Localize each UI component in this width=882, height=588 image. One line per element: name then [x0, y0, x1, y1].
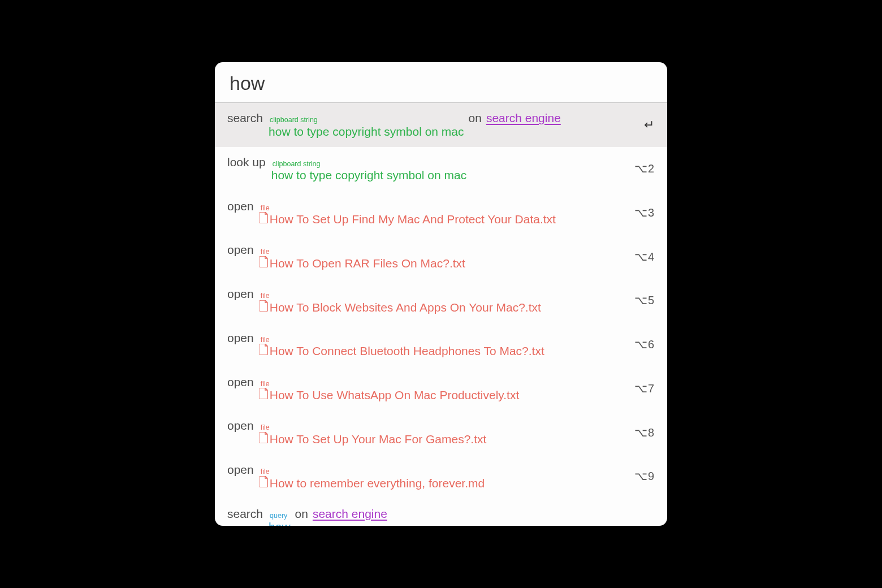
result-verb: open — [227, 375, 254, 390]
result-chip: fileHow To Set Up Find My Mac And Protec… — [260, 205, 556, 227]
result-chip: clipboard stringhow to type copyright sy… — [269, 116, 464, 139]
result-row[interactable]: searchclipboard stringhow to type copyri… — [215, 103, 667, 147]
shortcut-label: ⌥8 — [634, 426, 655, 440]
file-icon — [260, 388, 269, 399]
result-row[interactable]: openfileHow To Set Up Your Mac For Games… — [215, 410, 667, 455]
chip-text: How to remember everything, forever.md — [270, 476, 485, 491]
chip-text: How To Set Up Your Mac For Games?.txt — [270, 432, 487, 447]
file-icon — [260, 212, 269, 223]
search-engine-link[interactable]: search engine — [486, 111, 561, 126]
chip-body: How To Block Websites And Apps On Your M… — [260, 300, 541, 315]
result-row[interactable]: look upclipboard stringhow to type copyr… — [215, 147, 667, 191]
chip-text: How To Open RAR Files On Mac?.txt — [270, 256, 465, 271]
result-verb: open — [227, 331, 254, 345]
result-row[interactable]: searchqueryhowonsearch engine — [215, 499, 667, 526]
results-list: searchclipboard stringhow to type copyri… — [215, 103, 667, 526]
shortcut-label: ⌥7 — [634, 382, 655, 396]
result-verb: open — [227, 243, 254, 257]
result-chip: queryhow — [269, 512, 291, 526]
result-verb: search — [227, 507, 263, 521]
result-verb: open — [227, 462, 254, 477]
result-chip: fileHow To Use WhatsApp On Mac Productiv… — [260, 381, 520, 403]
chip-body: How To Set Up Find My Mac And Protect Yo… — [260, 212, 556, 227]
result-content: searchclipboard stringhow to type copyri… — [227, 111, 636, 139]
file-icon — [260, 344, 269, 355]
chip-type-label: query — [270, 512, 287, 520]
chip-type-label: file — [261, 292, 270, 300]
result-content: openfileHow To Open RAR Files On Mac?.tx… — [227, 243, 626, 271]
result-content: openfileHow To Use WhatsApp On Mac Produ… — [227, 375, 626, 403]
chip-body: how to type copyright symbol on mac — [269, 124, 464, 139]
file-icon — [260, 476, 269, 487]
shortcut-label: ⌥4 — [634, 250, 655, 264]
chip-body: how — [269, 520, 291, 526]
result-verb: open — [227, 287, 254, 301]
result-chip: fileHow To Block Websites And Apps On Yo… — [260, 292, 541, 315]
result-row[interactable]: openfileHow to remember everything, fore… — [215, 455, 667, 499]
shortcut-label: ⌥9 — [634, 469, 655, 483]
shortcut-label: ⌥5 — [634, 293, 655, 308]
result-verb: open — [227, 199, 254, 214]
enter-key-icon: ↵ — [644, 117, 655, 133]
file-icon — [260, 300, 269, 312]
chip-body: How To Set Up Your Mac For Games?.txt — [260, 432, 487, 447]
search-engine-link[interactable]: search engine — [313, 507, 387, 521]
chip-body: How to remember everything, forever.md — [260, 476, 485, 491]
chip-body: How To Use WhatsApp On Mac Productively.… — [260, 388, 520, 403]
chip-body: how to type copyright symbol on mac — [271, 168, 467, 183]
result-chip: fileHow To Set Up Your Mac For Games?.tx… — [260, 424, 487, 447]
result-content: openfileHow To Connect Bluetooth Headpho… — [227, 331, 626, 359]
result-verb: search — [227, 111, 263, 126]
chip-text: how — [269, 520, 291, 526]
chip-type-label: clipboard string — [273, 161, 321, 168]
launcher-panel: searchclipboard stringhow to type copyri… — [215, 62, 667, 526]
result-verb: open — [227, 418, 254, 433]
result-content: look upclipboard stringhow to type copyr… — [227, 155, 626, 183]
chip-type-label: file — [261, 336, 270, 344]
file-icon — [260, 256, 269, 267]
chip-text: how to type copyright symbol on mac — [271, 168, 467, 183]
result-row[interactable]: openfileHow To Use WhatsApp On Mac Produ… — [215, 367, 667, 411]
result-row[interactable]: openfileHow To Set Up Find My Mac And Pr… — [215, 191, 667, 235]
chip-text: How To Connect Bluetooth Headphones To M… — [270, 344, 544, 358]
result-content: openfileHow To Block Websites And Apps O… — [227, 287, 626, 315]
result-content: openfileHow To Set Up Find My Mac And Pr… — [227, 199, 626, 227]
chip-type-label: file — [261, 248, 270, 256]
result-content: openfileHow to remember everything, fore… — [227, 462, 626, 491]
chip-type-label: clipboard string — [270, 116, 318, 124]
result-verb: look up — [227, 155, 266, 170]
chip-type-label: file — [261, 381, 270, 388]
result-content: searchqueryhowonsearch engine — [227, 507, 655, 526]
shortcut-label: ⌥2 — [634, 162, 655, 176]
result-content: openfileHow To Set Up Your Mac For Games… — [227, 418, 626, 447]
search-field-container — [215, 62, 667, 102]
result-chip: fileHow to remember everything, forever.… — [260, 468, 485, 491]
result-chip: clipboard stringhow to type copyright sy… — [271, 161, 467, 183]
chip-text: How To Set Up Find My Mac And Protect Yo… — [270, 212, 556, 227]
chip-text: How To Block Websites And Apps On Your M… — [270, 300, 541, 315]
on-word: on — [295, 507, 308, 521]
chip-body: How To Connect Bluetooth Headphones To M… — [260, 344, 544, 358]
shortcut-label: ⌥3 — [634, 206, 655, 220]
result-chip: fileHow To Open RAR Files On Mac?.txt — [260, 248, 465, 271]
chip-text: How To Use WhatsApp On Mac Productively.… — [270, 388, 520, 403]
chip-type-label: file — [261, 468, 270, 475]
result-row[interactable]: openfileHow To Open RAR Files On Mac?.tx… — [215, 235, 667, 279]
search-input[interactable] — [230, 72, 652, 94]
result-row[interactable]: openfileHow To Connect Bluetooth Headpho… — [215, 323, 667, 367]
on-word: on — [469, 111, 482, 126]
chip-type-label: file — [261, 205, 270, 212]
chip-text: how to type copyright symbol on mac — [269, 124, 464, 139]
file-icon — [260, 432, 269, 443]
chip-type-label: file — [261, 424, 270, 431]
result-chip: fileHow To Connect Bluetooth Headphones … — [260, 336, 544, 359]
chip-body: How To Open RAR Files On Mac?.txt — [260, 256, 465, 271]
result-row[interactable]: openfileHow To Block Websites And Apps O… — [215, 279, 667, 323]
shortcut-label: ⌥6 — [634, 338, 655, 352]
